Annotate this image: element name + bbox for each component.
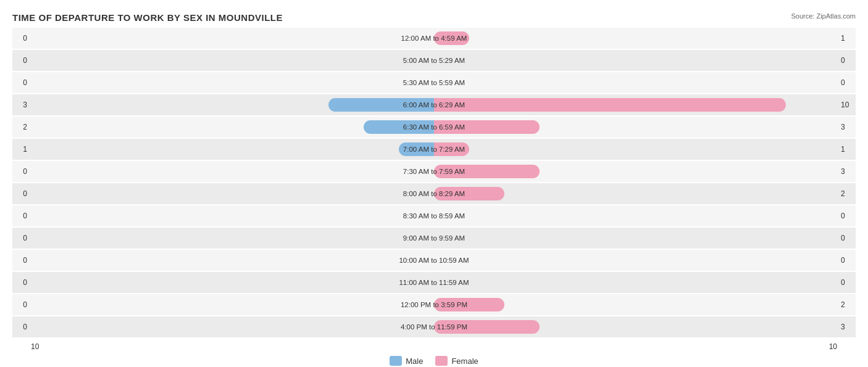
left-value: 1 bbox=[12, 145, 31, 154]
chart-row: 05:30 AM to 5:59 AM0 bbox=[12, 72, 856, 93]
time-label: 8:30 AM to 8:59 AM bbox=[403, 212, 465, 220]
chart-row: 17:00 AM to 7:29 AM1 bbox=[12, 139, 856, 160]
left-value: 0 bbox=[12, 212, 31, 220]
bar-center: 6:30 AM to 6:59 AM bbox=[31, 117, 837, 138]
left-value: 3 bbox=[12, 101, 31, 109]
right-value: 2 bbox=[837, 189, 856, 198]
legend: Male Female bbox=[12, 356, 856, 366]
male-legend-label: Male bbox=[406, 357, 423, 366]
chart-row: 07:30 AM to 7:59 AM3 bbox=[12, 161, 856, 182]
right-value: 0 bbox=[837, 234, 856, 242]
female-legend-label: Female bbox=[451, 357, 478, 366]
time-label: 10:00 AM to 10:59 AM bbox=[399, 257, 469, 264]
female-bar bbox=[434, 320, 540, 334]
female-bar bbox=[434, 142, 469, 156]
right-value: 3 bbox=[837, 167, 856, 176]
female-bar bbox=[434, 298, 504, 311]
right-value: 0 bbox=[837, 56, 856, 65]
female-bar bbox=[434, 31, 469, 45]
chart-row: 08:30 AM to 8:59 AM0 bbox=[12, 205, 856, 226]
bar-center: 12:00 AM to 4:59 AM bbox=[31, 28, 837, 49]
chart-row: 011:00 AM to 11:59 AM0 bbox=[12, 272, 856, 293]
legend-male: Male bbox=[390, 356, 423, 366]
chart-row: 36:00 AM to 6:29 AM10 bbox=[12, 94, 856, 115]
male-bar bbox=[399, 142, 434, 156]
left-value: 0 bbox=[12, 78, 31, 87]
bar-center: 6:00 AM to 6:29 AM bbox=[31, 94, 837, 115]
chart-title: TIME OF DEPARTURE TO WORK BY SEX IN MOUN… bbox=[12, 12, 856, 23]
female-legend-box bbox=[435, 356, 448, 366]
left-value: 0 bbox=[12, 323, 31, 331]
right-value: 0 bbox=[837, 278, 856, 287]
female-bar bbox=[434, 120, 540, 134]
chart-row: 04:00 PM to 11:59 PM3 bbox=[12, 316, 856, 337]
left-value: 0 bbox=[12, 278, 31, 287]
bar-center: 5:30 AM to 5:59 AM bbox=[31, 72, 837, 93]
bar-center: 4:00 PM to 11:59 PM bbox=[31, 316, 837, 337]
time-label: 5:30 AM to 5:59 AM bbox=[403, 79, 465, 86]
left-value: 0 bbox=[12, 189, 31, 198]
chart-row: 012:00 PM to 3:59 PM2 bbox=[12, 294, 856, 315]
source-text: Source: ZipAtlas.com bbox=[791, 12, 856, 20]
bar-center: 8:30 AM to 8:59 AM bbox=[31, 205, 837, 226]
right-value: 0 bbox=[837, 256, 856, 265]
x-axis-left: 10 bbox=[31, 342, 39, 351]
x-axis: 10 10 bbox=[12, 339, 856, 351]
right-value: 3 bbox=[837, 323, 856, 331]
bar-center: 7:00 AM to 7:29 AM bbox=[31, 139, 837, 160]
chart-area: 012:00 AM to 4:59 AM105:00 AM to 5:29 AM… bbox=[12, 28, 856, 337]
right-value: 0 bbox=[837, 212, 856, 220]
time-label: 9:00 AM to 9:59 AM bbox=[403, 234, 465, 242]
legend-female: Female bbox=[435, 356, 478, 366]
bar-center: 10:00 AM to 10:59 AM bbox=[31, 250, 837, 271]
chart-row: 26:30 AM to 6:59 AM3 bbox=[12, 117, 856, 138]
left-value: 2 bbox=[12, 123, 31, 131]
right-value: 10 bbox=[837, 101, 856, 109]
bar-center: 5:00 AM to 5:29 AM bbox=[31, 50, 837, 71]
left-value: 0 bbox=[12, 300, 31, 309]
x-axis-right: 10 bbox=[829, 342, 837, 351]
male-legend-box bbox=[390, 356, 402, 366]
left-value: 0 bbox=[12, 234, 31, 242]
time-label: 5:00 AM to 5:29 AM bbox=[403, 57, 465, 64]
right-value: 1 bbox=[837, 34, 856, 43]
chart-row: 09:00 AM to 9:59 AM0 bbox=[12, 228, 856, 249]
left-value: 0 bbox=[12, 167, 31, 176]
right-value: 3 bbox=[837, 123, 856, 131]
chart-row: 010:00 AM to 10:59 AM0 bbox=[12, 250, 856, 271]
female-bar bbox=[434, 165, 540, 178]
female-bar bbox=[434, 98, 786, 112]
bar-center: 9:00 AM to 9:59 AM bbox=[31, 228, 837, 249]
left-value: 0 bbox=[12, 256, 31, 265]
bar-center: 11:00 AM to 11:59 AM bbox=[31, 272, 837, 293]
right-value: 0 bbox=[837, 78, 856, 87]
bar-center: 12:00 PM to 3:59 PM bbox=[31, 294, 837, 315]
female-bar bbox=[434, 187, 504, 200]
chart-row: 012:00 AM to 4:59 AM1 bbox=[12, 28, 856, 49]
chart-row: 05:00 AM to 5:29 AM0 bbox=[12, 50, 856, 71]
male-bar bbox=[328, 98, 434, 112]
chart-row: 08:00 AM to 8:29 AM2 bbox=[12, 183, 856, 204]
right-value: 1 bbox=[837, 145, 856, 154]
chart-container: TIME OF DEPARTURE TO WORK BY SEX IN MOUN… bbox=[0, 0, 868, 367]
left-value: 0 bbox=[12, 56, 31, 65]
bar-center: 7:30 AM to 7:59 AM bbox=[31, 161, 837, 182]
bar-center: 8:00 AM to 8:29 AM bbox=[31, 183, 837, 204]
male-bar bbox=[364, 120, 434, 134]
left-value: 0 bbox=[12, 34, 31, 43]
right-value: 2 bbox=[837, 300, 856, 309]
time-label: 11:00 AM to 11:59 AM bbox=[399, 279, 469, 286]
